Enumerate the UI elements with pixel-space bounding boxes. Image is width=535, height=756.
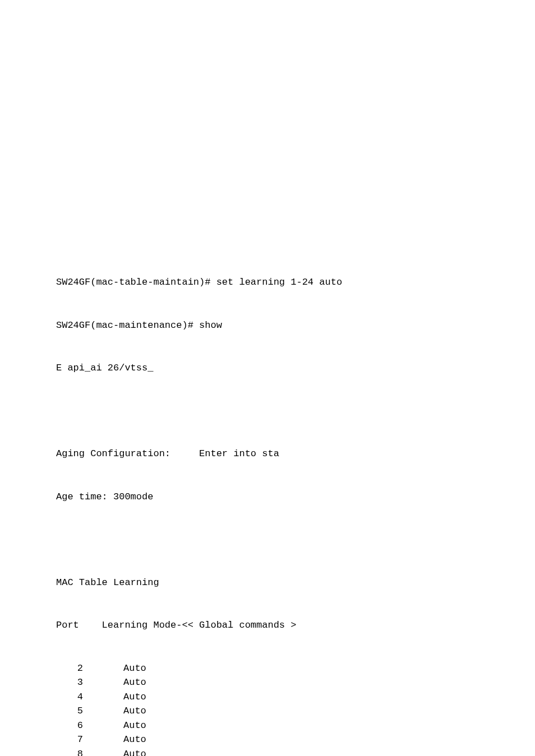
table-header: Port Learning Mode-<< Global commands > (56, 618, 535, 633)
table-row: 7Auto (56, 732, 535, 747)
table-row: 6Auto (56, 718, 535, 733)
mac-table-heading: MAC Table Learning (56, 576, 535, 590)
learning-mode-value: Auto (83, 675, 146, 690)
table-row: 2Auto (56, 661, 535, 676)
blank-line (56, 532, 535, 547)
table-row: 4Auto (56, 690, 535, 704)
learning-mode-value: Auto (83, 704, 146, 718)
table-row: 8Auto (56, 747, 535, 757)
learning-mode-value: Auto (83, 718, 146, 733)
cli-line-1: SW24GF(mac-table-maintain)# set learning… (56, 275, 535, 290)
port-value: 3 (56, 675, 83, 690)
port-value: 8 (56, 747, 83, 757)
mac-learning-table: 2Auto3Auto4Auto5Auto6Auto7Auto8Auto9Auto… (56, 661, 535, 757)
aging-config-label: Aging Configuration: Enter into sta (56, 447, 535, 461)
table-row: 3Auto (56, 675, 535, 690)
port-value: 5 (56, 704, 83, 718)
learning-mode-value: Auto (83, 747, 146, 757)
port-value: 2 (56, 661, 83, 676)
learning-mode-value: Auto (83, 661, 146, 676)
learning-mode-value: Auto (83, 732, 146, 747)
learning-mode-value: Auto (83, 690, 146, 704)
cli-line-2: SW24GF(mac-maintenance)# show (56, 318, 535, 333)
port-value: 4 (56, 690, 83, 704)
terminal-output: SW24GF(mac-table-maintain)# set learning… (56, 247, 535, 756)
cli-line-3: E api_ai 26/vtss_ (56, 361, 535, 375)
age-time-line: Age time: 300mode (56, 490, 535, 504)
table-row: 5Auto (56, 704, 535, 718)
port-value: 6 (56, 718, 83, 733)
blank-line (56, 404, 535, 419)
port-value: 7 (56, 732, 83, 747)
